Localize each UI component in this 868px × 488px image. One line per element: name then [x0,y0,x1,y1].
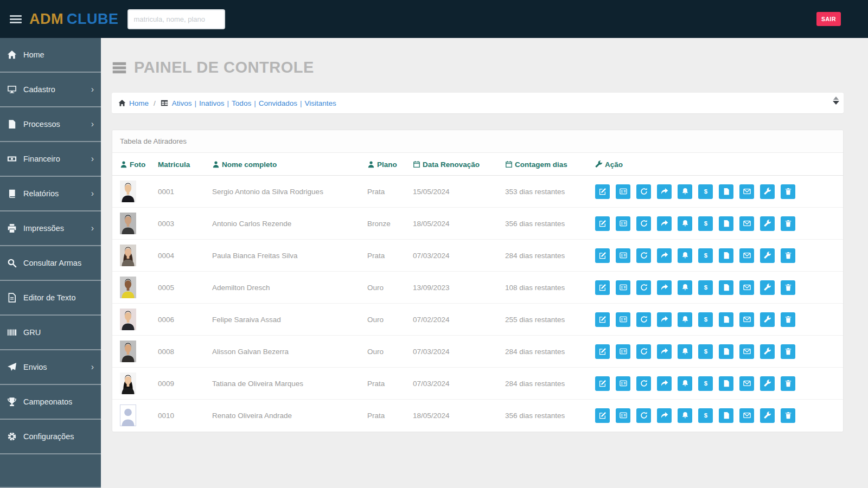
share-button[interactable] [657,216,672,231]
file-button[interactable] [719,408,733,423]
breadcrumb-home-link[interactable]: Home [129,99,149,107]
file-button[interactable] [719,184,733,199]
sidebar-item-home[interactable]: Home [0,38,101,73]
sidebar-item-campeonatos[interactable]: Campeonatos [0,385,101,420]
refresh-button[interactable] [636,344,651,359]
refresh-button[interactable] [636,376,651,391]
edit-button[interactable] [595,216,610,231]
share-button[interactable] [657,376,672,391]
sidebar-item-relatorios[interactable]: Relatórios› [0,177,101,211]
edit-button[interactable] [595,376,610,391]
sidebar-item-cadastro[interactable]: Cadastro› [0,73,101,107]
envelope-button[interactable] [739,184,754,199]
trash-button[interactable] [781,184,795,199]
envelope-button[interactable] [739,344,754,359]
refresh-button[interactable] [636,184,651,199]
id-card-button[interactable] [616,344,630,359]
bell-button[interactable] [678,344,692,359]
id-card-button[interactable] [616,376,630,391]
logout-button[interactable]: SAIR [816,12,841,26]
trash-button[interactable] [781,376,795,391]
envelope-button[interactable] [739,376,754,391]
trash-button[interactable] [781,216,795,231]
id-card-button[interactable] [616,408,630,423]
sidebar-item-gru[interactable]: GRU [0,316,101,350]
edit-button[interactable] [595,248,610,263]
file-button[interactable] [719,248,733,263]
search-input[interactable] [127,9,225,29]
dollar-button[interactable] [698,312,713,327]
filter-link-visitantes[interactable]: Visitantes [304,99,336,107]
trash-button[interactable] [781,408,795,423]
id-card-button[interactable] [616,312,630,327]
filter-link-convidados[interactable]: Convidados [259,99,297,107]
share-button[interactable] [657,280,672,295]
id-card-button[interactable] [616,184,630,199]
dollar-button[interactable] [698,184,713,199]
share-button[interactable] [657,312,672,327]
sidebar-item-processos[interactable]: Processos› [0,107,101,142]
refresh-button[interactable] [636,280,651,295]
file-button[interactable] [719,280,733,295]
file-button[interactable] [719,312,733,327]
envelope-button[interactable] [739,248,754,263]
filter-link-todos[interactable]: Todos [232,99,251,107]
file-button[interactable] [719,376,733,391]
refresh-button[interactable] [636,248,651,263]
dollar-button[interactable] [698,408,713,423]
brand-logo[interactable]: ADMCLUBE [29,11,119,28]
wrench-button[interactable] [760,248,775,263]
sidebar-item-configuracoes[interactable]: Configurações [0,420,101,454]
sidebar-item-editor-de-texto[interactable]: Editor de Texto [0,281,101,316]
dollar-button[interactable] [698,216,713,231]
refresh-button[interactable] [636,216,651,231]
share-button[interactable] [657,184,672,199]
sidebar-item-envios[interactable]: Envios› [0,350,101,385]
trash-button[interactable] [781,312,795,327]
dollar-button[interactable] [698,344,713,359]
id-card-button[interactable] [616,248,630,263]
wrench-button[interactable] [760,344,775,359]
refresh-button[interactable] [636,312,651,327]
envelope-button[interactable] [739,216,754,231]
envelope-button[interactable] [739,312,754,327]
bell-button[interactable] [678,184,692,199]
bell-button[interactable] [678,280,692,295]
file-button[interactable] [719,216,733,231]
sort-icon[interactable] [833,97,839,105]
menu-icon[interactable] [10,15,22,23]
edit-button[interactable] [595,312,610,327]
dollar-button[interactable] [698,248,713,263]
wrench-button[interactable] [760,376,775,391]
sidebar-item-financeiro[interactable]: Financeiro› [0,142,101,177]
bell-button[interactable] [678,312,692,327]
envelope-button[interactable] [739,408,754,423]
wrench-button[interactable] [760,312,775,327]
bell-button[interactable] [678,248,692,263]
edit-button[interactable] [595,280,610,295]
trash-button[interactable] [781,280,795,295]
bell-button[interactable] [678,408,692,423]
edit-button[interactable] [595,344,610,359]
edit-button[interactable] [595,184,610,199]
filter-link-inativos[interactable]: Inativos [199,99,225,107]
id-card-button[interactable] [616,280,630,295]
file-button[interactable] [719,344,733,359]
wrench-button[interactable] [760,216,775,231]
refresh-button[interactable] [636,408,651,423]
wrench-button[interactable] [760,408,775,423]
wrench-button[interactable] [760,280,775,295]
wrench-button[interactable] [760,184,775,199]
dollar-button[interactable] [698,376,713,391]
share-button[interactable] [657,248,672,263]
dollar-button[interactable] [698,280,713,295]
share-button[interactable] [657,344,672,359]
envelope-button[interactable] [739,280,754,295]
filter-link-ativos[interactable]: Ativos [172,99,192,107]
sidebar-item-consultar-armas[interactable]: Consultar Armas [0,246,101,281]
edit-button[interactable] [595,408,610,423]
id-card-button[interactable] [616,216,630,231]
share-button[interactable] [657,408,672,423]
trash-button[interactable] [781,248,795,263]
trash-button[interactable] [781,344,795,359]
